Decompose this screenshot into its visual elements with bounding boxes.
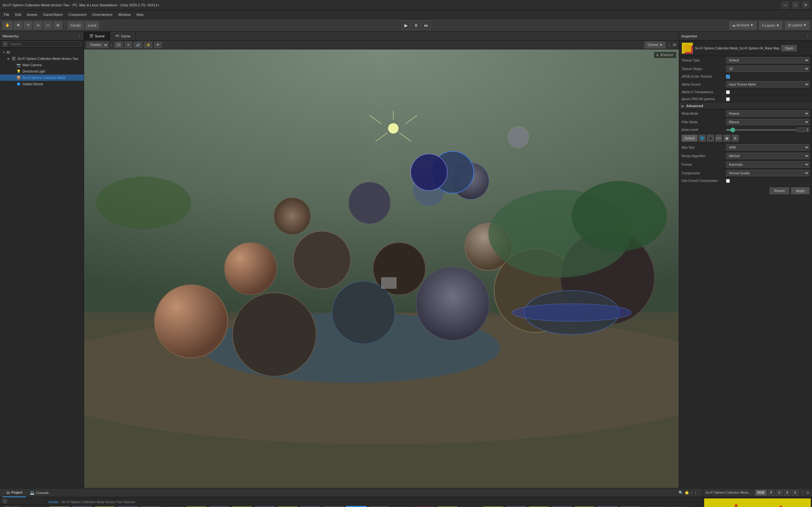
hierarchy-item-all[interactable]: ▼ All bbox=[0, 49, 84, 55]
fx-button[interactable]: ✨ bbox=[144, 42, 152, 48]
asset-item[interactable]: Sci-Fi Sphe... bbox=[665, 506, 687, 507]
breadcrumb-assets[interactable]: Assets bbox=[49, 500, 58, 504]
channel-rgb-button[interactable]: RGB bbox=[755, 490, 767, 496]
max-size-dropdown[interactable]: 4096 bbox=[726, 144, 809, 151]
asset-item[interactable]: Sci-Fi Sphe... bbox=[368, 506, 390, 507]
asset-item[interactable]: Sci-Fi Sphe... bbox=[140, 506, 161, 507]
texture-type-dropdown[interactable]: Default bbox=[726, 57, 809, 63]
step-button[interactable]: ⏭ bbox=[422, 21, 431, 30]
platform-ios-button[interactable]: iOS bbox=[715, 135, 722, 142]
hierarchy-item-collection[interactable]: 📦 Sci-Fi Sphere Collection Metal bbox=[0, 74, 84, 81]
asset-item[interactable]: Sci-Fi Sphe... bbox=[597, 506, 618, 507]
open-button[interactable]: Open bbox=[781, 45, 797, 51]
tab-console[interactable]: 💻 Console bbox=[26, 488, 52, 497]
asset-item[interactable]: Sci-Fi Sphe... bbox=[231, 506, 253, 507]
hierarchy-item-scene[interactable]: ▶ 🎬 Sci-Fi Sphere Collection Metal Versi… bbox=[0, 55, 84, 62]
minimize-button[interactable]: ─ bbox=[781, 1, 789, 9]
revert-button[interactable]: Revert bbox=[769, 187, 789, 194]
asset-item[interactable]: Sci-Fi Sphe... bbox=[551, 506, 572, 507]
inspector-menu-icon[interactable]: ⋮ bbox=[806, 34, 809, 38]
menu-component[interactable]: Component bbox=[66, 12, 89, 17]
tool-scale[interactable]: ⇲ bbox=[34, 21, 42, 30]
pivot-button[interactable]: Center bbox=[67, 21, 84, 30]
menu-window[interactable]: Window bbox=[116, 12, 133, 17]
pause-button[interactable]: ⏸ bbox=[412, 21, 420, 30]
asset-item[interactable]: Sci-Fi Sphe... bbox=[391, 506, 413, 507]
scene-visibility-button[interactable]: 👁 bbox=[154, 42, 162, 48]
project-sort-icon[interactable]: ↕ bbox=[691, 491, 693, 495]
channel-r-button[interactable]: R bbox=[768, 490, 774, 496]
asset-item[interactable]: Sci-Fi Sphe... bbox=[117, 506, 139, 507]
platform-default-button[interactable]: Default bbox=[681, 135, 698, 142]
layers-button[interactable]: ≡ Layers ▼ bbox=[759, 21, 782, 30]
menu-cinemachine[interactable]: Cinemachine bbox=[90, 12, 115, 17]
platform-icon-2[interactable]: 📱 bbox=[707, 135, 714, 142]
alpha-transparency-checkbox[interactable] bbox=[726, 90, 730, 94]
asset-item[interactable]: Sci-Fi Sphe... bbox=[528, 506, 550, 507]
menu-file[interactable]: File bbox=[1, 12, 12, 17]
asset-item[interactable]: Sci-Fi Sphe... bbox=[505, 506, 527, 507]
asset-item[interactable]: Sci-Fi Sphe... bbox=[94, 506, 116, 507]
alpha-source-dropdown[interactable]: Input Texture Alpha bbox=[726, 81, 809, 88]
resize-algo-dropdown[interactable]: Mitchell bbox=[726, 153, 809, 159]
format-dropdown[interactable]: Automatic bbox=[726, 161, 809, 168]
channel-g-button[interactable]: G bbox=[776, 490, 783, 496]
project-menu-icon[interactable]: ⋮ bbox=[694, 491, 698, 495]
tool-transform[interactable]: ⊞ bbox=[54, 21, 62, 30]
hierarchy-item-light[interactable]: 💡 Directional Light bbox=[0, 68, 84, 74]
channel-b-button[interactable]: B bbox=[784, 490, 791, 496]
channel-a-button[interactable]: A bbox=[792, 490, 798, 496]
platform-icon-1[interactable]: 🌐 bbox=[699, 135, 706, 142]
tab-game[interactable]: 🎮Game bbox=[110, 32, 136, 41]
maximize-button[interactable]: □ bbox=[792, 1, 799, 9]
platform-icon-3[interactable]: 🤖 bbox=[723, 135, 730, 142]
asset-item[interactable]: Sci-Fi Sphe... bbox=[163, 506, 184, 507]
play-button[interactable]: ▶ bbox=[402, 21, 410, 30]
advanced-section[interactable]: ▶ Advanced bbox=[679, 103, 812, 109]
audio-button[interactable]: 🔊 bbox=[134, 42, 142, 48]
gizmos-button[interactable]: Gizmos ▼ bbox=[645, 42, 665, 49]
sidebar-add-button[interactable]: + bbox=[3, 499, 7, 504]
asset-item[interactable]: Sci-Fi Sphe... bbox=[49, 506, 70, 507]
space-button[interactable]: Local bbox=[85, 21, 99, 30]
asset-item-selected[interactable]: Sci-Fi Sphe... bbox=[345, 506, 367, 507]
aniso-slider[interactable] bbox=[726, 129, 797, 130]
asset-item[interactable]: Sci-Fi Sphe... bbox=[208, 506, 230, 507]
asset-item[interactable]: Sci-Fi Sphe... bbox=[483, 506, 504, 507]
asset-item[interactable]: Sci-Fi Sphe... bbox=[414, 506, 436, 507]
asset-item[interactable]: Sci-Fi Sphe... bbox=[437, 506, 458, 507]
tool-rotate[interactable]: ↺ bbox=[24, 21, 32, 30]
menu-help[interactable]: Help bbox=[134, 12, 146, 17]
tool-move[interactable]: ✚ bbox=[14, 21, 22, 30]
preview-menu-icon[interactable]: ⋮ bbox=[801, 491, 805, 495]
tab-project[interactable]: 🗂 Project bbox=[3, 488, 26, 497]
asset-item[interactable]: Sci-Fi Sphe... bbox=[642, 506, 664, 507]
compression-dropdown[interactable]: Normal Quality bbox=[726, 170, 809, 176]
menu-edit[interactable]: Edit bbox=[13, 12, 24, 17]
preview-settings-icon[interactable]: ⚙ bbox=[806, 491, 809, 495]
project-fav-icon[interactable]: ⭐ bbox=[684, 491, 689, 495]
apply-button[interactable]: Apply bbox=[791, 187, 809, 194]
crunch-checkbox[interactable] bbox=[726, 179, 730, 183]
project-search-icon[interactable]: 🔍 bbox=[678, 491, 683, 495]
layout-button[interactable]: ⊟ Layout ▼ bbox=[785, 21, 809, 30]
asset-item[interactable]: Sci-Fi Sphe... bbox=[71, 506, 93, 507]
asset-item[interactable]: Sci-Fi Sphe... bbox=[186, 506, 207, 507]
texture-shape-dropdown[interactable]: 2D bbox=[726, 66, 809, 72]
shading-dropdown[interactable]: Shaded bbox=[87, 42, 108, 48]
hierarchy-menu-icon[interactable]: ⋮ bbox=[78, 34, 81, 38]
viewport-canvas[interactable]: ⊕ SCenter bbox=[84, 49, 679, 488]
srgb-checkbox[interactable] bbox=[726, 75, 730, 78]
tool-hand[interactable]: ✋ bbox=[3, 21, 13, 30]
asset-item[interactable]: Sci-Fi Sphe... bbox=[460, 506, 481, 507]
menu-assets[interactable]: Assets bbox=[24, 12, 40, 17]
asset-item[interactable]: Sci-Fi Sphe... bbox=[322, 506, 344, 507]
tool-rect[interactable]: ▭ bbox=[44, 21, 52, 30]
asset-item[interactable]: Sci-Fi Sphe... bbox=[254, 506, 275, 507]
close-button[interactable]: ✕ bbox=[802, 1, 809, 9]
hierarchy-item-volume[interactable]: 🔷 Global Volume bbox=[0, 81, 84, 87]
asset-item[interactable]: Sci-Fi Sphe... bbox=[300, 506, 321, 507]
platform-icon-delete[interactable]: 🗑 bbox=[732, 135, 739, 142]
asset-item[interactable]: Sci-Fi Sphe... bbox=[277, 506, 299, 507]
asset-item[interactable]: Sci-Fi Sphe... bbox=[619, 506, 641, 507]
